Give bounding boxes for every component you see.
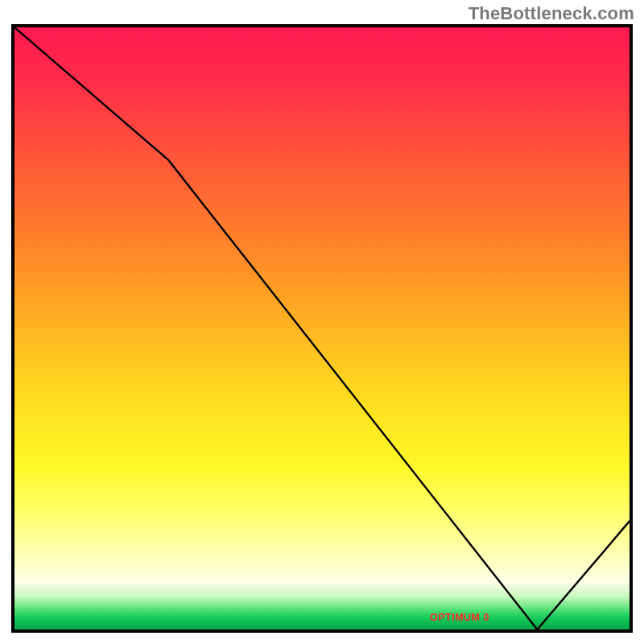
- watermark-text: TheBottleneck.com: [469, 3, 634, 24]
- optimum-label: OPTIMUM 0: [430, 612, 489, 623]
- chart-container: TheBottleneck.com OPTIMUM 0: [0, 0, 644, 644]
- bottleneck-curve: [14, 27, 630, 630]
- curve-svg: [14, 27, 630, 630]
- plot-frame: OPTIMUM 0: [11, 24, 633, 633]
